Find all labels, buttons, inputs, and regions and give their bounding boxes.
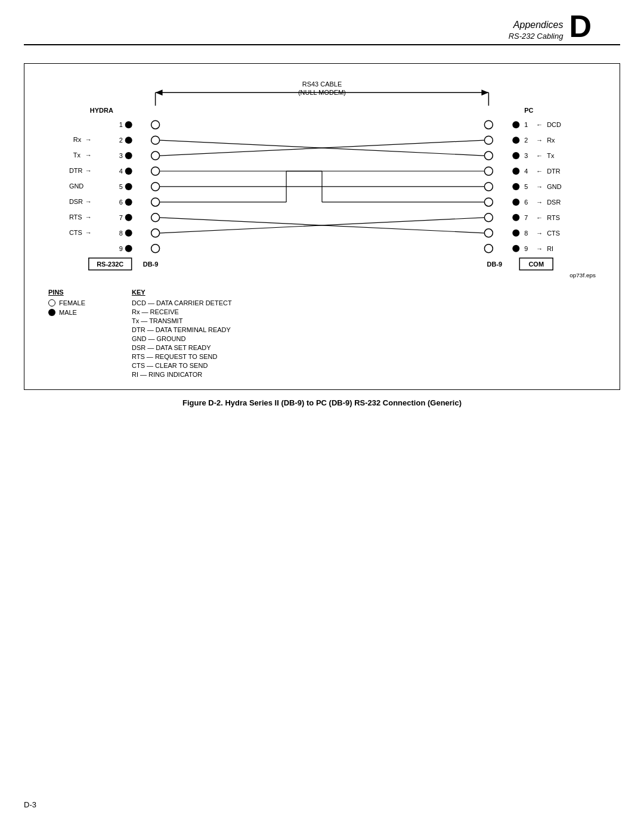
svg-point-16 bbox=[151, 136, 160, 144]
svg-text:6: 6 bbox=[119, 199, 123, 206]
svg-point-43 bbox=[125, 230, 132, 237]
svg-point-74 bbox=[484, 198, 493, 206]
svg-point-11 bbox=[151, 120, 160, 129]
svg-point-9 bbox=[125, 121, 132, 128]
svg-point-19 bbox=[125, 152, 132, 159]
svg-text:DB-9: DB-9 bbox=[487, 261, 503, 268]
legend-pins: PINS FEMALE MALE bbox=[48, 289, 108, 380]
legend-key-item-dtr: DTR — DATA TERMINAL READY bbox=[132, 326, 596, 333]
female-label: FEMALE bbox=[59, 299, 85, 306]
svg-text:RTS: RTS bbox=[69, 213, 82, 221]
legend-key-item-cts: CTS — CLEAR TO SEND bbox=[132, 362, 596, 369]
svg-text:1: 1 bbox=[119, 121, 123, 128]
svg-text:CTS: CTS bbox=[547, 230, 560, 237]
svg-point-64 bbox=[484, 167, 493, 175]
svg-text:8: 8 bbox=[524, 230, 528, 237]
svg-text:←: ← bbox=[536, 121, 543, 128]
svg-point-70 bbox=[512, 183, 519, 190]
svg-text:4: 4 bbox=[524, 168, 528, 175]
svg-point-46 bbox=[125, 245, 132, 252]
svg-point-48 bbox=[151, 244, 160, 253]
svg-point-49 bbox=[484, 120, 493, 129]
svg-text:DCD: DCD bbox=[547, 121, 561, 128]
svg-text:Rx: Rx bbox=[547, 137, 555, 144]
svg-point-24 bbox=[125, 168, 132, 175]
svg-text:7: 7 bbox=[119, 214, 123, 221]
legend-key: KEY DCD — DATA CARRIER DETECT Rx — RECEI… bbox=[132, 289, 596, 380]
svg-text:9: 9 bbox=[119, 245, 123, 252]
svg-text:3: 3 bbox=[119, 152, 123, 159]
figure-caption: Figure D-2. Hydra Series II (DB-9) to PC… bbox=[24, 398, 620, 407]
svg-text:4: 4 bbox=[119, 168, 123, 175]
svg-text:8: 8 bbox=[119, 230, 123, 237]
svg-text:Rx: Rx bbox=[73, 136, 82, 143]
main-content: RS43 CABLE (NULL MODEM) HYDRA PC 1 Rx → … bbox=[24, 63, 620, 407]
svg-point-90 bbox=[512, 245, 519, 252]
svg-point-26 bbox=[151, 167, 160, 175]
legend-key-item-ri: RI — RING INDICATOR bbox=[132, 371, 596, 378]
legend-key-item-rts: RTS — REQUEST TO SEND bbox=[132, 353, 596, 360]
female-circle-icon bbox=[48, 299, 55, 306]
svg-text:DSR: DSR bbox=[547, 199, 561, 206]
legend-area: PINS FEMALE MALE KEY DCD — DATA CARRIER … bbox=[36, 289, 608, 380]
svg-point-65 bbox=[512, 168, 519, 175]
svg-text:DTR: DTR bbox=[69, 167, 83, 174]
svg-marker-1 bbox=[156, 89, 163, 95]
header-appendices: Appendices bbox=[509, 19, 564, 32]
svg-text:GND: GND bbox=[69, 182, 83, 190]
svg-text:op73f.eps: op73f.eps bbox=[569, 272, 596, 278]
legend-key-item-dsr: DSR — DATA SET READY bbox=[132, 344, 596, 351]
svg-text:2: 2 bbox=[524, 137, 528, 144]
svg-text:DTR: DTR bbox=[547, 168, 561, 175]
male-circle-icon bbox=[48, 309, 55, 316]
connector-diagram-svg: RS43 CABLE (NULL MODEM) HYDRA PC 1 Rx → … bbox=[36, 76, 608, 278]
svg-text:←: ← bbox=[536, 168, 543, 175]
svg-text:RS43 CABLE: RS43 CABLE bbox=[302, 80, 342, 88]
svg-point-54 bbox=[484, 136, 493, 144]
svg-point-60 bbox=[512, 152, 519, 159]
svg-point-50 bbox=[512, 121, 519, 128]
legend-male: MALE bbox=[48, 309, 108, 316]
svg-marker-2 bbox=[481, 89, 488, 95]
legend-key-item-tx: Tx — TRANSMIT bbox=[132, 317, 596, 324]
svg-text:6: 6 bbox=[524, 199, 528, 206]
svg-point-21 bbox=[151, 151, 160, 160]
svg-text:(NULL MODEM): (NULL MODEM) bbox=[298, 89, 346, 96]
page-number: D-3 bbox=[24, 800, 36, 809]
svg-text:→: → bbox=[85, 213, 92, 221]
svg-point-80 bbox=[512, 214, 519, 221]
svg-text:CTS: CTS bbox=[69, 229, 82, 236]
svg-text:→: → bbox=[536, 137, 543, 144]
svg-text:3: 3 bbox=[524, 152, 528, 159]
legend-key-item-rx: Rx — RECEIVE bbox=[132, 308, 596, 315]
svg-text:GND: GND bbox=[547, 183, 561, 190]
diagram-box: RS43 CABLE (NULL MODEM) HYDRA PC 1 Rx → … bbox=[24, 63, 620, 390]
svg-point-45 bbox=[151, 229, 160, 237]
svg-text:1: 1 bbox=[524, 121, 528, 128]
svg-text:←: ← bbox=[536, 214, 543, 221]
svg-text:Tx: Tx bbox=[547, 152, 555, 159]
svg-text:→: → bbox=[85, 167, 92, 174]
header-subtitle: RS-232 Cabling bbox=[509, 32, 564, 42]
svg-text:7: 7 bbox=[524, 214, 528, 221]
svg-text:→: → bbox=[85, 198, 92, 205]
legend-key-item-dcd: DCD — DATA CARRIER DETECT bbox=[132, 299, 596, 306]
svg-point-69 bbox=[484, 182, 493, 191]
svg-point-14 bbox=[125, 137, 132, 144]
svg-point-75 bbox=[512, 199, 519, 206]
svg-text:5: 5 bbox=[524, 183, 528, 190]
svg-point-28 bbox=[125, 183, 132, 190]
svg-text:RS-232C: RS-232C bbox=[97, 261, 123, 268]
svg-text:→: → bbox=[85, 229, 92, 236]
svg-text:PC: PC bbox=[524, 107, 533, 114]
svg-text:→: → bbox=[536, 245, 543, 252]
svg-point-59 bbox=[484, 151, 493, 160]
svg-text:→: → bbox=[536, 230, 543, 237]
svg-point-85 bbox=[512, 230, 519, 237]
svg-text:→: → bbox=[536, 183, 543, 190]
svg-text:5: 5 bbox=[119, 183, 123, 190]
svg-text:DB-9: DB-9 bbox=[143, 261, 159, 268]
svg-point-40 bbox=[151, 213, 160, 222]
svg-text:2: 2 bbox=[119, 137, 123, 144]
svg-point-35 bbox=[151, 198, 160, 206]
